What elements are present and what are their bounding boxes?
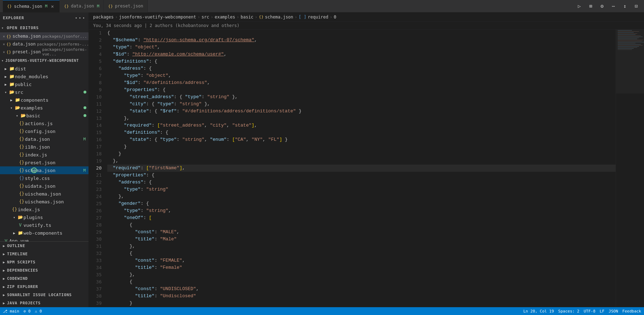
status-line-ending[interactable]: LF [600,309,604,314]
tab-schema-close[interactable]: × [49,4,55,9]
tree-item-style-css[interactable]: {} style.css [0,174,88,182]
status-language[interactable]: JSON [609,309,618,314]
line-numbers: 1 2 3 4 5 6 7 8 9 10 11 12 13 14 15 16 1 [89,30,104,307]
open-editor-preset-name: preset.json [12,49,41,54]
npm-scripts-section[interactable]: ▶ NPM SCRIPTS [0,258,88,266]
tab-data-json[interactable]: {} data.json M [60,0,104,12]
tree-item-basic[interactable]: ▾ 📂 basic [0,112,88,119]
chevron-open-icon: ▾ [3,90,9,94]
project-label: JSONFORMS-VUETIFY-WEBCOMPONENT [5,59,79,63]
open-editor-data-path: packages/jsonforms-... [37,42,89,47]
codewind-label: CODEWIND [7,276,28,281]
close-icon2[interactable]: × [3,42,5,46]
tree-item-plugins[interactable]: ▾ 📂 plugins [0,213,88,221]
status-warnings[interactable]: ⚠ 0 [35,309,42,314]
open-editor-schema[interactable]: × {} schema.json packages/jsonfor... M [0,32,88,40]
tree-item-config-json[interactable]: {} config.json [0,127,88,135]
timeline-section[interactable]: ▶ TIMELINE [0,250,88,258]
npm-scripts-label: NPM SCRIPTS [7,260,36,265]
chevron-icon: ▶ [3,252,5,256]
code-line-32: { [107,250,616,257]
explorer-more-icon[interactable]: ··· [74,15,86,21]
open-editor-preset[interactable]: × {} preset.json packages/jsonforms-vue.… [0,48,88,56]
sonarlint-label: SONARLINT ISSUE LOCATIONS [7,293,72,297]
tree-item-dist[interactable]: ▶ 📁 dist [0,65,88,73]
tree-item-examples-index-js[interactable]: {} index.js [0,205,88,213]
tab-schema-json[interactable]: {} schema.json M × [3,0,60,12]
tree-item-preset-json[interactable]: {} preset.json [0,159,88,166]
project-header[interactable]: ▾ JSONFORMS-VUETIFY-WEBCOMPONENT [0,57,88,65]
bc-schema-json[interactable]: schema.json [265,15,293,20]
minimap [616,30,644,307]
tree-item-schema-json[interactable]: {} schema.json M [0,166,88,174]
status-errors[interactable]: ⊘ 0 [23,309,31,314]
modified-indicator [84,91,86,94]
tree-item-web-components[interactable]: ▶ 📁 web-components [0,229,88,237]
code-content[interactable]: { "$schema": "http://json-schema.org/dra… [104,30,616,307]
open-editors-list: × {} schema.json packages/jsonfor... M ×… [0,32,88,56]
close-icon[interactable]: × [3,34,5,38]
tree-item-data-json[interactable]: {} data.json M [0,135,88,143]
outline-section[interactable]: ▶ OUTLINE [0,242,88,250]
tree-item-examples[interactable]: ▾ 📂 examples [0,104,88,112]
status-feedback[interactable]: Feedback [622,309,641,314]
close-icon3[interactable]: × [3,50,5,54]
code-line-23: "type": "string" [107,186,616,193]
bc-src[interactable]: src [202,15,209,20]
tree-item-app-vue[interactable]: V App.vue [0,237,88,241]
tree-item-src[interactable]: ▾ 📂 src [0,88,88,96]
tree-item-components[interactable]: ▶ 📁 components [0,96,88,104]
codewind-section[interactable]: ▶ CODEWIND [0,274,88,283]
json-file-icon: {} [18,137,25,142]
js-file-icon: {} [11,207,18,212]
open-editor-schema-name: schema.json [12,34,41,39]
minimap-svg [616,30,644,307]
explorer-header[interactable]: EXPLORER ··· [0,12,88,23]
sonarlint-section[interactable]: ▶ SONARLINT ISSUE LOCATIONS [0,291,88,299]
folder-open-icon: 📂 [17,215,23,220]
settings-button[interactable]: ⚙ [597,1,607,11]
file-tree: ▶ 📁 dist ▶ 📁 node_modules ▶ 📁 public [0,65,88,241]
folder-icon: 📁 [9,82,15,87]
status-line-col[interactable]: Ln 20, Col 19 [523,309,554,314]
tree-item-uischema-json[interactable]: {} uischema.json [0,190,88,198]
bc-basic[interactable]: basic [241,15,253,20]
bc-index[interactable]: 0 [334,15,336,20]
code-line-6: "address": { [107,65,616,72]
java-projects-label: JAVA PROJECTS [7,301,41,305]
status-spaces[interactable]: Spaces: 2 [558,309,580,314]
code-editor[interactable]: 1 2 3 4 5 6 7 8 9 10 11 12 13 14 15 16 1 [89,30,616,307]
code-line-38: "title": "Undisclosed" [107,293,616,300]
bc-component[interactable]: jsonforms-vuetify-webcomponent [119,15,196,20]
tree-item-node-modules[interactable]: ▶ 📁 node_modules [0,73,88,80]
code-line-3: "type": "object", [107,44,616,51]
open-editors-header[interactable]: ▾ OPEN EDITORS [0,23,88,32]
code-line-37: "const": "UNDISCLOSED", [107,285,616,293]
tree-item-i18n-json[interactable]: {} i18n.json [0,143,88,151]
bc-required[interactable]: required [308,15,328,20]
java-projects-section[interactable]: ▶ JAVA PROJECTS [0,299,88,307]
tree-item-actions-js[interactable]: {} actions.js [0,119,88,127]
collapse-button[interactable]: ↕ [620,1,630,11]
tree-item-index-js[interactable]: {} index.js [0,151,88,159]
run-button[interactable]: ▷ [574,1,584,11]
tree-item-uischemas-json[interactable]: {} uischemas.json [0,198,88,205]
tree-item-vuetify-ts[interactable]: V vuetify.ts [0,221,88,229]
status-branch[interactable]: ⎇ main [3,309,19,314]
explorer-label: EXPLORER [3,16,24,20]
bc-packages[interactable]: packages [93,15,114,20]
zip-explorer-section[interactable]: ▶ ZIP EXPLORER [0,283,88,291]
more-actions-button[interactable]: ⋯ [608,1,618,11]
dependencies-section[interactable]: ▶ DEPENDENCIES [0,266,88,274]
tree-item-uidata-json[interactable]: {} uidata.json [0,182,88,190]
tree-item-public[interactable]: ▶ 📁 public [0,80,88,88]
open-editor-data[interactable]: × {} data.json packages/jsonforms-... M [0,40,88,48]
code-line-26: "type": "string", [107,207,616,214]
bc-examples[interactable]: examples [215,15,235,20]
split-editor-button[interactable]: ⊞ [586,1,596,11]
modified-indicator [84,114,86,117]
status-encoding[interactable]: UTF-8 [584,309,595,314]
chevron-icon: ▶ [9,98,14,102]
open-preview-button[interactable]: ⊡ [631,1,641,11]
tab-preset-json[interactable]: {} preset.json [104,0,148,12]
